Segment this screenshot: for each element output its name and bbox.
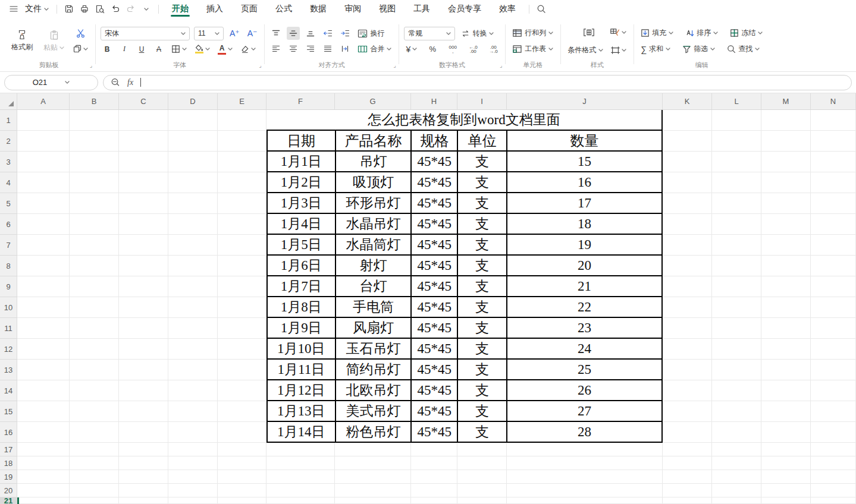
cell-c10[interactable] (119, 297, 168, 318)
menu-tab[interactable]: 审阅 (335, 0, 370, 18)
bold-button[interactable]: B (101, 43, 114, 56)
table-cell[interactable]: 射灯 (336, 256, 412, 276)
menu-tab[interactable]: 工具 (405, 0, 439, 18)
cell-a18[interactable] (17, 456, 70, 470)
align-middle-button[interactable] (287, 27, 300, 40)
cell-l1[interactable] (712, 110, 761, 131)
borders-button[interactable] (170, 43, 189, 56)
cell-d13[interactable] (168, 360, 218, 380)
table-cell[interactable]: 水晶吊灯 (336, 214, 412, 235)
freeze-button[interactable]: 冻结 (728, 27, 764, 39)
table-cell[interactable]: 吊灯 (336, 152, 412, 172)
cell-a2[interactable] (17, 131, 70, 152)
table-cell[interactable]: 1月11日 (268, 360, 336, 380)
cell-c14[interactable] (119, 380, 168, 401)
undo-button[interactable] (108, 1, 123, 17)
cell-d2[interactable] (168, 131, 218, 152)
table-cell[interactable]: 45*45 (412, 276, 458, 297)
redo-button[interactable] (123, 1, 139, 17)
cell-k21[interactable] (663, 497, 712, 504)
column-header-g[interactable]: G (335, 93, 411, 109)
cell-d17[interactable] (168, 443, 218, 456)
table-cell[interactable]: 支 (458, 235, 507, 256)
menu-tab[interactable]: 数据 (301, 0, 335, 18)
column-header-f[interactable]: F (266, 93, 335, 109)
cell-b8[interactable] (70, 256, 119, 276)
cell-n2[interactable] (811, 131, 856, 152)
table-header-cell[interactable]: 单位 (458, 131, 507, 152)
cell-a19[interactable] (17, 470, 70, 484)
cell-m10[interactable] (761, 297, 811, 318)
cell-e11[interactable] (218, 318, 266, 339)
cell-e9[interactable] (218, 276, 266, 297)
table-cell[interactable]: 支 (458, 172, 507, 193)
cell-l20[interactable] (712, 484, 761, 497)
cell-d12[interactable] (168, 339, 218, 360)
table-cell[interactable]: 支 (458, 297, 507, 318)
cell-l18[interactable] (712, 456, 761, 470)
cell-e13[interactable] (218, 360, 266, 380)
cell-a4[interactable] (17, 172, 70, 193)
cell-m1[interactable] (761, 110, 811, 131)
table-cell[interactable]: 1月14日 (268, 422, 336, 443)
cell-b20[interactable] (70, 484, 119, 497)
cell-a5[interactable] (17, 193, 70, 214)
table-cell[interactable]: 台灯 (336, 276, 412, 297)
cell-b14[interactable] (70, 380, 119, 401)
table-cell[interactable]: 15 (507, 152, 663, 172)
cell-b4[interactable] (70, 172, 119, 193)
cell-e4[interactable] (218, 172, 266, 193)
table-cell[interactable]: 1月6日 (268, 256, 336, 276)
table-title[interactable]: 怎么把表格复制到word文档里面 (266, 110, 663, 131)
cell-c21[interactable] (119, 497, 168, 504)
cell-d15[interactable] (168, 401, 218, 422)
cell-n15[interactable] (811, 401, 856, 422)
row-header-2[interactable]: 2 (0, 131, 17, 152)
column-header-k[interactable]: K (663, 93, 712, 109)
cell-k15[interactable] (663, 401, 712, 422)
zoom-out-icon[interactable] (111, 78, 120, 87)
cell-j20[interactable] (507, 484, 663, 497)
print-preview-button[interactable] (92, 1, 108, 17)
strikethrough-button[interactable]: A (152, 43, 165, 56)
cell-f19[interactable] (266, 470, 335, 484)
table-cell[interactable]: 17 (507, 193, 663, 214)
merge-cells-button[interactable]: 合并 (356, 43, 393, 55)
column-header-n[interactable]: N (811, 93, 856, 109)
row-header-3[interactable]: 3 (0, 152, 17, 172)
cell-k14[interactable] (663, 380, 712, 401)
cell-k18[interactable] (663, 456, 712, 470)
cell-b17[interactable] (70, 443, 119, 456)
cell-d4[interactable] (168, 172, 218, 193)
cell-a16[interactable] (17, 422, 70, 443)
cell-b12[interactable] (70, 339, 119, 360)
cell-c7[interactable] (119, 235, 168, 256)
row-header-11[interactable]: 11 (0, 318, 17, 339)
table-cell[interactable]: 北欧吊灯 (336, 380, 412, 401)
number-format-select[interactable]: 常规 (404, 27, 455, 40)
table-cell[interactable]: 24 (507, 339, 663, 360)
cell-m16[interactable] (761, 422, 811, 443)
cell-a7[interactable] (17, 235, 70, 256)
column-header-e[interactable]: E (218, 93, 266, 109)
cell-b7[interactable] (70, 235, 119, 256)
cell-m19[interactable] (761, 470, 811, 484)
table-cell[interactable]: 1月8日 (268, 297, 336, 318)
cell-h17[interactable] (411, 443, 457, 456)
cell-e8[interactable] (218, 256, 266, 276)
table-cell[interactable]: 1月13日 (268, 401, 336, 422)
row-header-16[interactable]: 16 (0, 422, 17, 443)
table-header-cell[interactable]: 规格 (412, 131, 458, 152)
cell-m13[interactable] (761, 360, 811, 380)
menu-tab[interactable]: 会员专享 (439, 0, 490, 18)
cell-m17[interactable] (761, 443, 811, 456)
cell-b11[interactable] (70, 318, 119, 339)
file-menu-button[interactable]: 文件 (21, 1, 52, 17)
table-header-cell[interactable]: 日期 (268, 131, 336, 152)
cell-k6[interactable] (663, 214, 712, 235)
cell-k20[interactable] (663, 484, 712, 497)
cut-button[interactable] (71, 27, 90, 40)
table-cell[interactable]: 1月7日 (268, 276, 336, 297)
cell-d18[interactable] (168, 456, 218, 470)
cell-a17[interactable] (17, 443, 70, 456)
